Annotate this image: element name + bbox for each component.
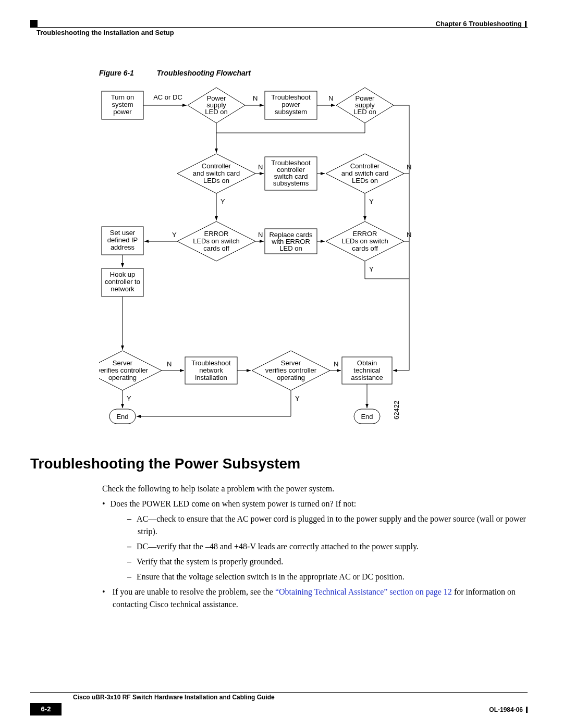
body-text: Check the following to help isolate a pr…: [102, 483, 527, 613]
node-ts-net: Troubleshootnetworkinstallation: [191, 359, 231, 381]
sub-2: DC—verify that the –48 and +48-V leads a…: [127, 540, 527, 552]
sub-1: AC—check to ensure that the AC power cor…: [127, 513, 527, 537]
figure-image-id: 62422: [393, 401, 400, 419]
header-section: Troubleshooting the Installation and Set…: [36, 29, 174, 36]
bullet-1-text: Does the POWER LED come on when system p…: [111, 499, 356, 508]
intro-paragraph: Check the following to help isolate a pr…: [102, 483, 527, 495]
footer-page-number: 6-2: [30, 703, 62, 715]
footer-doc-id: OL-1984-06: [489, 706, 528, 713]
node-server-2: Serververifies controlleroperating: [265, 359, 317, 381]
label-y: Y: [172, 231, 177, 239]
node-ctrl-led-2: Controllerand switch cardLEDs on: [341, 162, 388, 184]
figure-title: Troubleshooting Flowchart: [157, 69, 251, 77]
label-n: N: [407, 163, 411, 171]
node-hook-up: Hook upcontroller tonetwork: [105, 270, 140, 293]
label-n: N: [328, 94, 333, 102]
label-y: Y: [369, 198, 374, 205]
footer-title: Cisco uBR-3x10 RF Switch Hardware Instal…: [73, 694, 275, 701]
node-ps-led-1: PowersupplyLED on: [205, 94, 227, 116]
label-n: N: [253, 94, 258, 102]
figure-caption: Figure 6-1 Troubleshooting Flowchart: [99, 69, 251, 77]
node-err-led-2: ERRORLEDs on switchcards off: [341, 230, 388, 252]
header-bar-icon: [525, 21, 527, 27]
header-marker: [30, 20, 38, 27]
node-turn-on: Turn onsystempower: [111, 93, 134, 116]
label-y: Y: [295, 394, 300, 402]
footer-rule: [30, 692, 528, 693]
sub-3: Verify that the system is properly groun…: [127, 556, 527, 567]
header-chapter-text: Chapter 6 Troubleshooting: [436, 20, 522, 28]
node-end-right: End: [361, 413, 373, 421]
footer-doc-text: OL-1984-06: [489, 706, 523, 713]
node-ts-power: Troubleshootpowersubsystem: [271, 93, 311, 116]
node-ctrl-led-1: Controllerand switch cardLEDs on: [193, 162, 240, 184]
node-set-ip: Set userdefined IPaddress: [107, 229, 138, 251]
node-replace: Replace cardswith ERRORLED on: [269, 231, 313, 252]
node-end-left: End: [116, 413, 128, 421]
header-chapter: Chapter 6 Troubleshooting: [436, 20, 527, 28]
footer-bar-icon: [526, 707, 528, 713]
node-err-led-1: ERRORLEDs on switchcards off: [193, 230, 240, 252]
label-y: Y: [221, 198, 225, 205]
label-n: N: [334, 360, 338, 368]
bullet-2-pre: If you are unable to resolve the problem…: [113, 587, 275, 596]
label-ac-dc: AC or DC: [153, 93, 182, 101]
label-n: N: [407, 231, 411, 239]
flowchart: Turn onsystempower AC or DC PowersupplyL…: [99, 81, 495, 435]
node-ps-led-2: PowersupplyLED on: [353, 94, 376, 116]
figure-number: Figure 6-1: [99, 69, 134, 77]
node-server-1: Serververifies controlleroperating: [99, 359, 149, 381]
node-ts-ctrl: Troubleshootcontrollerswitch cardsubsyst…: [271, 159, 311, 187]
bullet-2: If you are unable to resolve the problem…: [102, 586, 527, 610]
bullet-1: Does the POWER LED come on when system p…: [102, 498, 527, 583]
node-obtain: Obtaintechnicalassistance: [351, 359, 383, 381]
section-title: Troubleshooting the Power Subsystem: [30, 455, 300, 472]
sub-4: Ensure that the voltage selection switch…: [127, 571, 527, 583]
label-y: Y: [369, 265, 374, 273]
label-n: N: [167, 360, 172, 368]
label-y: Y: [127, 394, 131, 402]
label-n: N: [258, 163, 263, 171]
page: Chapter 6 Troubleshooting Troubleshootin…: [0, 0, 563, 728]
label-n: N: [258, 231, 263, 239]
link-tech-assist[interactable]: “Obtaining Technical Assistance” section…: [275, 587, 452, 596]
